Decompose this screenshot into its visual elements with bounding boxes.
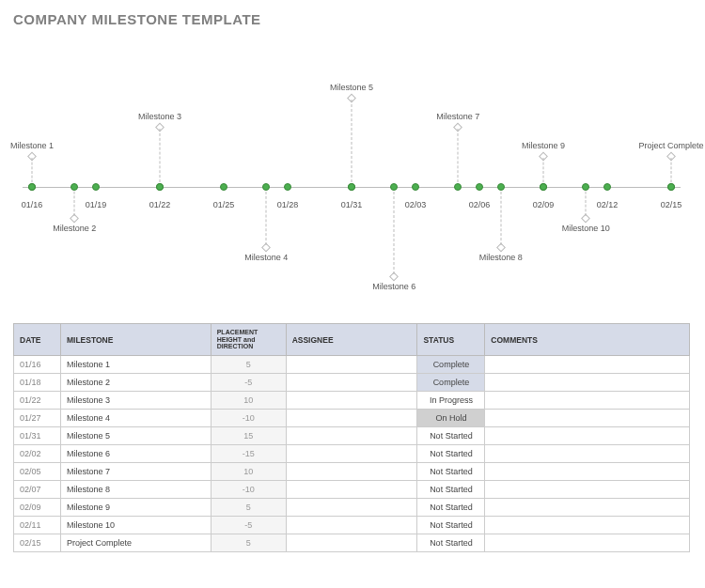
milestone-dot — [156, 183, 164, 191]
cell-placement: -10 — [211, 481, 286, 499]
axis-tick-label: 02/09 — [515, 200, 572, 209]
milestone-label: Project Complete — [638, 141, 703, 150]
milestone-label: Milestone 10 — [562, 224, 610, 233]
table-row: 02/05Milestone 710Not Started — [14, 463, 690, 481]
axis-tick-label: 02/06 — [451, 200, 508, 209]
cell-comments — [485, 410, 690, 427]
cell-milestone: Milestone 8 — [60, 481, 211, 499]
milestone-label: Milestone 3 — [138, 112, 181, 121]
milestone-label: Milestone 5 — [330, 83, 373, 92]
cell-status: Not Started — [417, 445, 485, 463]
table-row: 01/18Milestone 2-5Complete — [14, 374, 690, 392]
cell-date: 01/31 — [14, 427, 61, 445]
table-row: 02/09Milestone 95Not Started — [14, 499, 690, 517]
col-header-placement: PLACEMENT HEIGHT and DIRECTION — [211, 324, 286, 356]
milestone-dot — [454, 183, 462, 191]
axis-tick-label: 02/12 — [579, 200, 635, 209]
cell-assignee — [286, 463, 417, 481]
cell-date: 01/18 — [14, 374, 61, 392]
cell-status: Not Started — [417, 534, 485, 552]
milestone-dot — [497, 183, 505, 191]
cell-date: 02/05 — [14, 463, 61, 481]
cell-status: Not Started — [417, 463, 485, 481]
cell-date: 02/09 — [14, 499, 61, 517]
cell-assignee — [286, 356, 417, 374]
table-row: 02/15Project Complete5Not Started — [14, 534, 690, 552]
cell-placement: 5 — [211, 499, 286, 517]
milestone-stem — [160, 129, 161, 187]
cell-status: On Hold — [417, 410, 485, 427]
cell-status: Not Started — [417, 517, 485, 534]
milestone-label: Milestone 4 — [244, 253, 288, 262]
milestone-label: Milestone 6 — [372, 282, 415, 291]
table-row: 01/22Milestone 310In Progress — [14, 392, 690, 410]
cell-comments — [485, 374, 690, 392]
cell-milestone: Milestone 9 — [60, 499, 211, 517]
axis-tick-label: 01/19 — [68, 200, 124, 209]
milestone-dot — [582, 183, 589, 191]
milestone-timeline-chart: 01/1601/1901/2201/2501/2801/3102/0302/06… — [13, 65, 690, 286]
milestone-stem — [352, 100, 352, 187]
cell-assignee — [286, 410, 417, 427]
axis-tick-dot — [220, 183, 227, 191]
col-header-assignee: ASSIGNEE — [286, 324, 417, 356]
cell-milestone: Milestone 3 — [60, 392, 211, 410]
col-header-date: DATE — [14, 324, 61, 356]
cell-assignee — [286, 392, 417, 410]
cell-status: Not Started — [417, 427, 485, 445]
milestone-dot — [390, 183, 398, 191]
milestone-label: Milestone 8 — [479, 253, 523, 262]
axis-tick-dot — [284, 183, 291, 191]
axis-tick-dot — [476, 183, 483, 191]
cell-comments — [485, 463, 690, 481]
cell-comments — [485, 499, 690, 517]
table-row: 02/02Milestone 6-15Not Started — [14, 445, 690, 463]
cell-status: Not Started — [417, 481, 485, 499]
table-row: 01/27Milestone 4-10On Hold — [14, 410, 690, 427]
cell-placement: 5 — [211, 534, 286, 552]
cell-milestone: Project Complete — [60, 534, 211, 552]
cell-milestone: Milestone 1 — [60, 356, 211, 374]
cell-status: Complete — [417, 356, 485, 374]
cell-comments — [485, 445, 690, 463]
cell-milestone: Milestone 5 — [60, 427, 211, 445]
cell-placement: -15 — [211, 445, 286, 463]
cell-placement: -5 — [211, 374, 286, 392]
cell-milestone: Milestone 10 — [60, 517, 211, 534]
cell-date: 02/15 — [14, 534, 61, 552]
cell-comments — [485, 392, 690, 410]
cell-assignee — [286, 445, 417, 463]
cell-placement: -5 — [211, 517, 286, 534]
axis-tick-label: 01/22 — [132, 200, 188, 209]
cell-assignee — [286, 517, 417, 534]
axis-tick-dot — [603, 183, 611, 191]
milestone-label: Milestone 7 — [436, 112, 479, 121]
axis-tick-label: 02/03 — [387, 200, 444, 209]
cell-placement: 5 — [211, 356, 286, 374]
cell-date: 01/16 — [14, 356, 61, 374]
cell-comments — [485, 427, 690, 445]
cell-milestone: Milestone 4 — [60, 410, 211, 427]
table-row: 02/07Milestone 8-10Not Started — [14, 481, 690, 499]
cell-comments — [485, 517, 690, 534]
milestone-dot — [28, 183, 36, 191]
cell-milestone: Milestone 7 — [60, 463, 211, 481]
cell-assignee — [286, 499, 417, 517]
cell-assignee — [286, 534, 417, 552]
cell-date: 02/02 — [14, 445, 61, 463]
milestone-stem — [74, 187, 75, 216]
cell-comments — [485, 534, 690, 552]
axis-tick-label: 01/28 — [259, 200, 316, 209]
cell-milestone: Milestone 6 — [60, 445, 211, 463]
milestone-label: Milestone 1 — [10, 141, 54, 150]
milestone-dot — [540, 183, 547, 191]
axis-tick-dot — [92, 183, 100, 191]
cell-status: In Progress — [417, 392, 485, 410]
cell-date: 01/27 — [14, 410, 61, 427]
col-header-comments: COMMENTS — [485, 324, 690, 356]
milestone-stem — [266, 187, 267, 245]
milestone-stem — [586, 187, 587, 216]
milestone-label: Milestone 2 — [53, 224, 96, 233]
milestone-dot — [348, 183, 355, 191]
cell-comments — [485, 481, 690, 499]
